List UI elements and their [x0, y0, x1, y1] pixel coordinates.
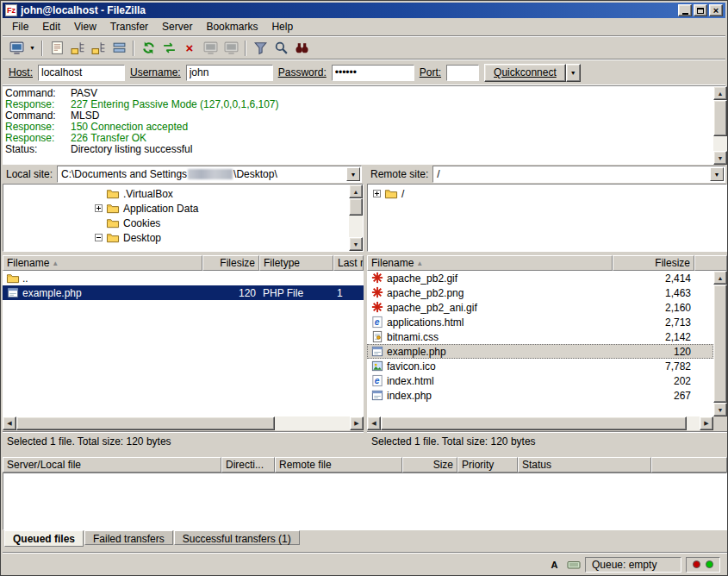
compare-directories-button[interactable]	[271, 39, 291, 58]
tree-item[interactable]: /	[368, 186, 726, 201]
toggle-queue-button[interactable]	[109, 39, 129, 58]
menu-view[interactable]: View	[67, 18, 103, 35]
host-input[interactable]	[38, 65, 125, 81]
close-button[interactable]: ×	[709, 4, 723, 16]
menu-transfer[interactable]: Transfer	[103, 18, 155, 35]
scroll-down-button[interactable]: ▼	[349, 237, 363, 251]
expand-plus-icon[interactable]	[95, 204, 103, 212]
speed-limit-icon[interactable]	[566, 557, 581, 572]
tab-successful-transfers[interactable]: Successful transfers (1)	[174, 530, 300, 545]
connection-indicator-panel	[686, 557, 720, 573]
process-queue-button[interactable]	[159, 39, 179, 58]
remote-site-combobox[interactable]: / ▼	[432, 166, 725, 183]
local-tree-scrollbar[interactable]: ▲ ▼	[349, 185, 363, 251]
local-list-hscrollbar[interactable]: ◀ ▶	[3, 416, 364, 430]
column-header-size[interactable]: Size	[402, 457, 457, 473]
scroll-thumb[interactable]	[381, 416, 687, 430]
remote-list-scrollbar[interactable]: ▲ ▼	[713, 271, 727, 416]
tab-queued-files[interactable]: Queued files	[4, 530, 84, 547]
tree-item[interactable]: Cookies	[3, 216, 363, 230]
table-row[interactable]: bitnami.css 2,142	[367, 329, 713, 344]
tab-failed-transfers[interactable]: Failed transfers	[84, 530, 173, 545]
menu-edit[interactable]: Edit	[35, 18, 67, 35]
scroll-thumb[interactable]	[713, 100, 727, 136]
collapse-minus-icon[interactable]	[95, 234, 103, 241]
cancel-button[interactable]: ×	[179, 39, 200, 58]
image-file-icon	[370, 272, 384, 285]
scroll-thumb[interactable]	[349, 198, 363, 216]
find-files-button[interactable]	[291, 39, 312, 58]
column-header-status[interactable]: Status	[518, 457, 651, 473]
site-manager-button[interactable]	[6, 39, 27, 58]
sort-ascending-icon: ▲	[52, 260, 59, 267]
table-row[interactable]: index.html 202	[367, 373, 713, 388]
table-row[interactable]: applications.html 2,713	[367, 315, 713, 329]
chevron-down-icon[interactable]: ▼	[346, 167, 360, 181]
column-header-filesize[interactable]: Filesize	[613, 255, 694, 271]
quickconnect-dropdown-button[interactable]: ▼	[566, 64, 581, 82]
site-manager-dropdown-button[interactable]: ▼	[27, 39, 38, 58]
minimize-button[interactable]	[678, 4, 692, 16]
table-row[interactable]: index.php 267	[367, 388, 713, 403]
chevron-down-icon[interactable]: ▼	[710, 167, 724, 181]
port-input[interactable]	[446, 65, 479, 81]
queue-header: Server/Local file Directi... Remote file…	[3, 457, 727, 473]
transfer-queue-list[interactable]	[3, 473, 727, 530]
username-input[interactable]	[186, 65, 273, 81]
local-site-combobox[interactable]: C:\Documents and Settings\Desktop\ ▼	[57, 166, 362, 183]
expand-plus-icon[interactable]	[373, 190, 381, 197]
toolbar-separator	[245, 41, 246, 56]
maximize-button[interactable]	[694, 4, 707, 16]
column-header-filename[interactable]: Filename▲	[367, 255, 613, 271]
toolbar-separator	[41, 41, 43, 56]
reconnect-button[interactable]	[221, 39, 241, 58]
menu-help[interactable]: Help	[264, 18, 300, 35]
table-row-selected[interactable]: example.php 120	[367, 344, 713, 359]
table-row[interactable]: apache_pb2.png 1,463	[367, 285, 713, 300]
column-header-filetype[interactable]: Filetype	[259, 255, 333, 271]
column-header-server-local-file[interactable]: Server/Local file	[3, 457, 221, 473]
tree-item[interactable]: Application Data	[3, 201, 363, 216]
remote-list-hscrollbar[interactable]: ◀ ▶	[367, 416, 713, 430]
table-row[interactable]: ..	[3, 271, 364, 285]
menu-file[interactable]: File	[5, 18, 35, 35]
table-row[interactable]: apache_pb2.gif 2,414	[367, 271, 713, 285]
scroll-right-button[interactable]: ▶	[350, 416, 364, 430]
column-header-filesize[interactable]: Filesize	[202, 255, 259, 271]
filename: index.html	[387, 375, 434, 387]
password-input[interactable]	[332, 65, 414, 81]
toggle-local-tree-button[interactable]	[67, 39, 88, 58]
refresh-button[interactable]	[138, 39, 159, 58]
column-header-direction[interactable]: Directi...	[221, 457, 275, 473]
log-scrollbar[interactable]: ▲ ▼	[713, 86, 727, 165]
column-header-filename[interactable]: Filename▲	[3, 255, 202, 271]
scroll-down-button[interactable]: ▼	[713, 151, 727, 165]
quickconnect-button[interactable]: Quickconnect	[484, 64, 566, 82]
menu-server[interactable]: Server	[155, 18, 199, 35]
scroll-right-button[interactable]: ▶	[700, 416, 713, 430]
toggle-remote-tree-button[interactable]	[88, 39, 109, 58]
column-header-last-modified[interactable]: Last modified	[333, 255, 364, 271]
tree-item[interactable]: .VirtualBox	[3, 186, 363, 201]
transfer-type-icon[interactable]: A	[547, 557, 562, 572]
scroll-up-button[interactable]: ▲	[349, 185, 363, 198]
table-row-selected[interactable]: example.php 120 PHP File 1	[3, 285, 364, 300]
scroll-down-button[interactable]: ▼	[713, 403, 727, 416]
table-row[interactable]: favicon.ico 7,782	[367, 359, 713, 373]
scroll-up-button[interactable]: ▲	[713, 271, 727, 285]
table-row[interactable]: apache_pb2_ani.gif 2,160	[367, 300, 713, 315]
column-header-priority[interactable]: Priority	[457, 457, 518, 473]
menu-bookmarks[interactable]: Bookmarks	[199, 18, 264, 35]
tree-item[interactable]: Desktop	[3, 230, 363, 245]
scroll-up-button[interactable]: ▲	[713, 86, 727, 100]
scroll-left-button[interactable]: ◀	[367, 416, 381, 430]
scroll-thumb[interactable]	[713, 285, 727, 403]
scroll-thumb[interactable]	[16, 416, 275, 430]
toggle-message-log-button[interactable]	[47, 39, 67, 58]
filter-button[interactable]	[250, 39, 271, 58]
column-header-remote-file[interactable]: Remote file	[275, 457, 402, 473]
scroll-left-button[interactable]: ◀	[3, 416, 16, 430]
disconnect-button[interactable]	[200, 39, 221, 58]
filename: apache_pb2.png	[387, 287, 464, 299]
filename: example.php	[387, 346, 446, 358]
